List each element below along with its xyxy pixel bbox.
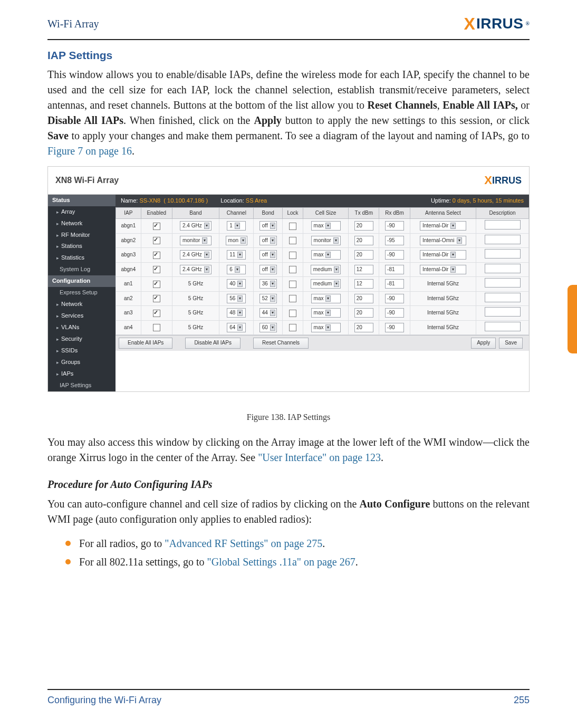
- cross-ref-link[interactable]: "Advanced RF Settings" on page 275: [165, 538, 322, 549]
- select[interactable]: 6▾: [227, 265, 246, 274]
- select[interactable]: monitor▾: [180, 236, 211, 245]
- reset-channels-button[interactable]: Reset Channels: [253, 338, 309, 349]
- text-input[interactable]: 20: [354, 250, 373, 260]
- select[interactable]: 52▾: [259, 294, 277, 303]
- select[interactable]: 40▾: [227, 279, 246, 289]
- text-input[interactable]: 20: [354, 221, 373, 231]
- text-input[interactable]: [485, 278, 521, 288]
- select[interactable]: 44▾: [259, 308, 277, 318]
- text-input[interactable]: 12: [354, 265, 373, 274]
- sidebar-item[interactable]: Network: [48, 299, 116, 310]
- sidebar-item[interactable]: Security: [48, 333, 116, 345]
- text-input[interactable]: [485, 307, 521, 317]
- fig7-link[interactable]: Figure 7 on page 16: [47, 145, 132, 157]
- select[interactable]: off▾: [259, 236, 277, 245]
- enable-all-button[interactable]: Enable All IAPs: [119, 338, 172, 349]
- checkbox[interactable]: [153, 281, 160, 288]
- checkbox[interactable]: [289, 281, 296, 288]
- sidebar-item[interactable]: Array: [48, 206, 116, 218]
- checkbox[interactable]: [153, 237, 160, 244]
- checkbox[interactable]: [153, 295, 160, 302]
- select[interactable]: Internal-Dir▾: [420, 250, 466, 260]
- cross-ref-link[interactable]: "Global Settings .11a" on page 267: [207, 556, 355, 568]
- text-input[interactable]: -90: [385, 250, 404, 260]
- select[interactable]: 11▾: [227, 250, 246, 260]
- sidebar-item[interactable]: Network: [48, 218, 116, 229]
- checkbox[interactable]: [289, 266, 296, 273]
- select[interactable]: off▾: [259, 221, 277, 231]
- checkbox[interactable]: [153, 266, 160, 273]
- save-button[interactable]: Save: [499, 338, 523, 349]
- sidebar-item[interactable]: Groups: [48, 357, 116, 368]
- text-input[interactable]: 12: [354, 279, 373, 289]
- checkbox[interactable]: [289, 252, 296, 259]
- select[interactable]: 48▾: [227, 308, 246, 318]
- sidebar-item[interactable]: IAPs: [48, 368, 116, 380]
- apply-button[interactable]: Apply: [471, 338, 496, 349]
- sidebar-item[interactable]: SSIDs: [48, 345, 116, 357]
- sidebar-item[interactable]: Configuration: [48, 275, 116, 287]
- text-input[interactable]: [485, 249, 521, 258]
- text-input[interactable]: 20: [354, 323, 373, 332]
- select[interactable]: max▾: [311, 294, 341, 303]
- checkbox[interactable]: [289, 295, 296, 302]
- text-input[interactable]: -81: [385, 279, 404, 289]
- checkbox[interactable]: [153, 252, 160, 259]
- text-input[interactable]: [485, 293, 521, 302]
- select[interactable]: max▾: [311, 308, 341, 318]
- sidebar-item[interactable]: IAP Settings: [48, 380, 116, 391]
- text-input[interactable]: -90: [385, 323, 404, 332]
- select[interactable]: medium▾: [311, 279, 341, 289]
- checkbox[interactable]: [153, 223, 160, 230]
- select[interactable]: medium▾: [311, 265, 341, 274]
- select[interactable]: mon▾: [226, 236, 247, 245]
- text-input[interactable]: -90: [385, 294, 404, 303]
- select[interactable]: 1▾: [227, 221, 246, 231]
- user-interface-link[interactable]: "User Interface" on page 123: [258, 452, 381, 463]
- select[interactable]: 2.4 GHz▾: [180, 250, 211, 260]
- disable-all-button[interactable]: Disable All IAPs: [185, 338, 241, 349]
- text-input[interactable]: [485, 220, 521, 229]
- select[interactable]: max▾: [311, 221, 341, 231]
- text-input[interactable]: [485, 322, 521, 331]
- text-input[interactable]: -90: [385, 308, 404, 318]
- select[interactable]: Internal-Omni▾: [420, 236, 466, 245]
- checkbox[interactable]: [153, 310, 160, 317]
- select[interactable]: 36▾: [259, 279, 277, 289]
- text-input[interactable]: 20: [354, 236, 373, 245]
- text-input[interactable]: 20: [354, 294, 373, 303]
- select[interactable]: max▾: [311, 250, 341, 260]
- select[interactable]: monitor▾: [311, 236, 341, 245]
- select[interactable]: 60▾: [259, 323, 277, 332]
- sidebar-item[interactable]: Status: [48, 195, 116, 206]
- select[interactable]: 64▾: [227, 323, 246, 332]
- select[interactable]: 2.4 GHz▾: [180, 221, 211, 231]
- checkbox[interactable]: [289, 223, 296, 230]
- checkbox[interactable]: [289, 324, 296, 331]
- select[interactable]: 2.4 GHz▾: [180, 265, 211, 274]
- select[interactable]: 56▾: [227, 294, 246, 303]
- sidebar-item[interactable]: Stations: [48, 241, 116, 252]
- text-input[interactable]: -81: [385, 265, 404, 274]
- sidebar-item[interactable]: Services: [48, 310, 116, 322]
- text-input[interactable]: -95: [385, 236, 404, 245]
- select[interactable]: off▾: [259, 250, 277, 260]
- text-input[interactable]: 20: [354, 308, 373, 318]
- iap-settings-screenshot: XN8 Wi-Fi Array X IRRUS StatusArrayNetwo…: [47, 166, 530, 392]
- select[interactable]: Internal-Dir▾: [420, 265, 466, 274]
- sidebar-item[interactable]: System Log: [48, 264, 116, 275]
- checkbox[interactable]: [153, 324, 160, 331]
- text-input[interactable]: [485, 264, 521, 273]
- select[interactable]: max▾: [311, 323, 341, 332]
- sidebar-item[interactable]: Express Setup: [48, 287, 116, 299]
- sidebar-item[interactable]: Statistics: [48, 252, 116, 264]
- checkbox[interactable]: [289, 237, 296, 244]
- sidebar-item[interactable]: VLANs: [48, 322, 116, 333]
- checkbox[interactable]: [289, 310, 296, 317]
- text-input[interactable]: -90: [385, 221, 404, 231]
- text-input[interactable]: [485, 235, 521, 244]
- sidebar-item[interactable]: RF Monitor: [48, 229, 116, 241]
- select[interactable]: Internal-Dir▾: [420, 221, 466, 231]
- footer-rule: [47, 689, 530, 690]
- select[interactable]: off▾: [259, 265, 277, 274]
